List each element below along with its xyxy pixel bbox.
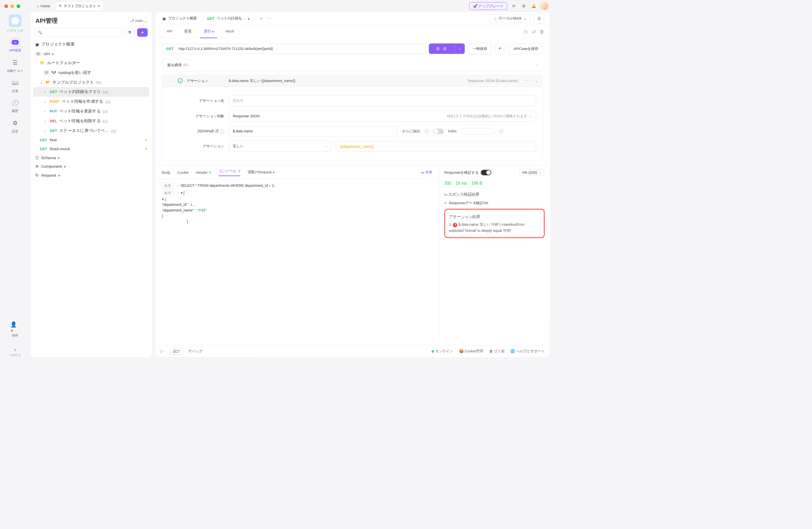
more-tabs-icon[interactable]: ⋯ [268,17,271,21]
method-badge: GET [40,147,47,151]
help-icon[interactable]: ? [220,129,224,134]
rail-api-management[interactable]: 96 API管理 [9,37,22,53]
clock-icon[interactable]: ◷ [523,28,528,35]
assertion-expected-input[interactable]: {{department_name}} [336,141,536,151]
resp-tab-body[interactable]: Body [162,170,170,174]
tree-api-item[interactable]: › GET ステータスに基づいてペ… (2) [33,126,149,136]
header-count: 8 [209,170,211,174]
avatar[interactable] [540,2,549,10]
main-tab-active[interactable]: GET ペットの詳細を… ● [202,12,255,25]
subtab-run[interactable]: 実行 [198,25,220,38]
inherit-parent-row[interactable]: 親を継承 0/1 › [162,59,543,71]
project-tab[interactable]: ✎ テストプロジェクト × [56,2,103,10]
tree-test[interactable]: GET Test [33,136,149,145]
add-button[interactable]: ＋ [137,28,148,37]
tree-schema[interactable]: ⬡ Schema ▸ [33,153,149,162]
resp-tab-body-label: Body [162,170,170,174]
rail-history[interactable]: 🕘 履歴 [10,98,20,114]
tree-project-overview[interactable]: ▣ プロジェクト概要 [33,39,149,49]
close-window-icon[interactable] [4,4,8,8]
rail-invite-label: 招待 [12,333,18,338]
assertion-op-select[interactable]: 等しい ⌄ [229,141,331,152]
rail-history-label: 履歴 [12,109,18,114]
api-item-label: ペット情報を作成する [62,99,103,104]
subtab-mock[interactable]: Mock [220,25,240,38]
footer-debug-button[interactable]: デバッグ [188,349,202,354]
help-icon[interactable]: ? [424,129,429,134]
reset-button[interactable]: ↶ [495,43,505,54]
branch-selector[interactable]: ⎇ main ⌄ [130,19,147,23]
window-controls[interactable] [4,4,20,8]
gear-icon[interactable]: ⚙ [520,3,527,9]
trash-icon[interactable]: 🗑 [540,28,544,34]
autotest-icon: ☰ [10,58,20,68]
rail-share[interactable]: 📖 共有 [10,78,20,93]
send-dropdown[interactable]: ⌄ [455,43,465,54]
split-handle[interactable]: ⋯ [155,160,550,165]
rail-api-label: API管理 [9,48,22,53]
help-icon[interactable]: ? [499,129,503,134]
swap-icon[interactable]: ⇄ [532,28,536,35]
reuse-label: Apidogを使い回す [58,70,91,75]
status-selector[interactable]: OK (200) ⌄ [519,169,544,176]
chevron-down-icon[interactable]: ⌄ [535,79,538,83]
home-tab[interactable]: ⌂ Home [33,2,53,10]
minimize-window-icon[interactable] [11,4,14,8]
search-input[interactable]: 🔍 [35,28,122,37]
bell-icon[interactable]: 🔔 [530,3,537,9]
rail-autotest[interactable]: ☰ 自動テスト [7,58,24,73]
resp-tab-console[interactable]: コンソール 2 [218,168,240,176]
more-icon[interactable]: ⋯ [526,79,529,83]
inherit-count: 0/1 [184,63,188,67]
jsonpath-input[interactable]: $.data.name [229,126,397,136]
rail-settings[interactable]: ⚙ 設定 [10,118,20,134]
new-tab-button[interactable]: ＋ [259,16,263,21]
assertion-header[interactable]: ⋮⋮ ✓ アサーション $.data.name 等しい {{department… [162,75,543,87]
main-tab-overview[interactable]: ▣ プロジェクト概要 [158,12,202,25]
save-temp-button[interactable]: 一時保存 [468,43,492,54]
footer-design-button[interactable]: 設計 [170,348,183,355]
tree-api-item[interactable]: › DEL ペット情報を削除する (1) [33,116,149,126]
close-tab-icon[interactable]: × [98,4,100,8]
share-button[interactable]: ⫘ 共有 [421,170,432,175]
validate-toggle[interactable] [481,170,491,175]
tree-api-item[interactable]: › GET ペットの詳細をクエリ (4) [33,87,149,97]
extract-toggle[interactable] [433,128,444,134]
tree-api-root[interactable]: 96 API ▸ [33,49,149,58]
api-item-label: ペット情報を更新する [59,109,101,114]
tree-test2[interactable]: GET Test2-mock [33,144,149,153]
collapse-icon[interactable]: |← [160,349,165,353]
index-input[interactable] [461,128,495,134]
resp-tab-actual[interactable]: 実際のRequest ● [248,170,275,175]
maximize-window-icon[interactable] [17,4,20,8]
refresh-icon[interactable]: ⟳ [510,3,517,9]
tree-component[interactable]: ≋ Component ▸ [33,162,149,171]
layout-toggle-button[interactable]: ☰ [534,13,544,24]
cookie-manage-button[interactable]: 🍪 Cookie管理 [459,349,483,354]
resp-tab-header[interactable]: Header 8 [196,170,211,174]
tree-api-item[interactable]: › PUT ペット情報を更新する (2) [33,106,149,116]
tree-root-folder[interactable]: 📁 ルートフォルダー [33,58,149,68]
environment-selector[interactable]: ◇ ローカルMock ⌄ [489,14,531,23]
tree-request[interactable]: ↻ Request ▸ [33,171,149,180]
tree-sample-project[interactable]: ⌄ 📂 サンプルプロジェクト (5) [33,78,149,87]
help-support-button[interactable]: 🌐 ヘルプとサポート [510,349,544,354]
send-button[interactable]: 送 信 ⌄ [429,43,464,54]
trash-button[interactable]: 🗑 ゴミ箱 [489,349,505,354]
resp-tab-cookie[interactable]: Cookie [177,170,189,174]
assertion-target-select[interactable]: Response JSON XML(ライクXML)は自動的にJSONに変換されま… [229,110,536,121]
save-case-button[interactable]: APICaseを保存 [509,43,543,54]
rail-public[interactable]: パブリック [7,14,24,33]
rail-invite[interactable]: 👤+ 招待 [10,322,20,338]
filter-button[interactable]: ⚗ [124,28,135,37]
drag-handle-icon[interactable]: ⋮⋮ [167,79,174,83]
subtab-change[interactable]: 変更 [178,25,198,38]
resp-tab-console-label: コンソール [218,168,236,173]
upgrade-button[interactable]: 🚀 アップグレード [469,2,507,10]
tree-apidog-reuse[interactable]: M 🐶 Apidogを使い回す [33,68,149,78]
subtab-api[interactable]: API [160,25,178,38]
tree-api-item[interactable]: › POST ペット情報を作成する (1) [33,97,149,106]
validation-ok-label: Responseデータ検証OK [449,201,488,205]
assertion-name-input[interactable]: 空白可 [229,95,536,106]
url-input[interactable]: GET http://127.0.0.1:3658/m1/734676-7112… [162,43,425,54]
